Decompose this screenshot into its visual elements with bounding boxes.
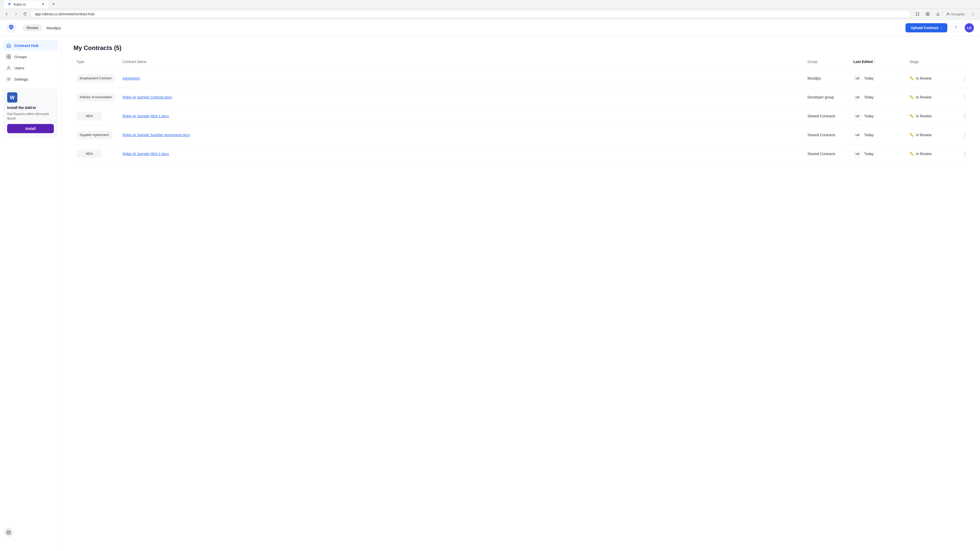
upload-contract-button[interactable]: Upload Contract ↑ — [905, 23, 947, 32]
back-button[interactable] — [3, 11, 10, 17]
svg-rect-10 — [6, 55, 8, 56]
col-contract-name: Contract Name — [119, 58, 804, 66]
sidebar-item-contract-hub[interactable]: Contract Hub — [3, 40, 58, 51]
col-actions — [958, 58, 968, 66]
svg-point-7 — [973, 14, 973, 14]
last-edited-cell: LD Today — [853, 74, 904, 83]
cell-group: Shared Contracts — [804, 112, 850, 120]
download-button[interactable] — [934, 11, 942, 17]
browser-chrome: Robin AI ✕ + app.robinai.co.uk/review/co… — [0, 0, 980, 20]
svg-rect-1 — [926, 13, 928, 14]
address-bar: app.robinai.co.uk/review/contract-hub In… — [0, 8, 980, 19]
edit-date: Today — [864, 95, 873, 99]
cell-more: ⋮ — [958, 129, 968, 141]
bookmark-button[interactable] — [913, 11, 921, 17]
contract-link[interactable]: Robin AI Sample NDA 1.docx — [123, 114, 169, 118]
last-edited-cell: LD Today — [853, 93, 904, 101]
tab-close-button[interactable]: ✕ — [41, 2, 45, 6]
cell-type: NDA — [73, 110, 119, 122]
more-options-button[interactable]: ⋮ — [961, 74, 969, 83]
last-edited-cell: LD Today — [853, 112, 904, 120]
tab-favicon — [7, 2, 11, 6]
group-name: Shared Contracts — [808, 114, 835, 118]
edit-date: Today — [864, 76, 873, 80]
col-last-edited[interactable]: Last Edited ↑ — [850, 58, 907, 66]
more-options-button[interactable]: ⋮ — [961, 131, 969, 139]
sidebar-item-settings[interactable]: Settings — [3, 74, 58, 84]
contract-link[interactable]: Robin AI Sample Contract.docx — [123, 95, 172, 99]
sidebar: Contract Hub Groups — [0, 36, 61, 545]
contract-link[interactable]: Agreement — [123, 76, 140, 80]
cell-contract-name: Agreement — [119, 74, 804, 83]
more-options-button[interactable]: ⋮ — [961, 150, 969, 158]
cell-last-edited: LD Today — [850, 129, 907, 141]
pencil-icon: ✏️ — [910, 133, 914, 137]
contract-link[interactable]: Robin AI Sample NDA 2.docx — [123, 152, 169, 156]
cell-group: Shared Contracts — [804, 150, 850, 158]
cell-stage: ✏️ In Review — [907, 131, 958, 139]
stage-text: In Review — [916, 114, 932, 118]
svg-point-6 — [973, 13, 973, 13]
cell-more: ⋮ — [958, 72, 968, 84]
col-group: Group — [804, 58, 850, 66]
svg-rect-13 — [9, 57, 11, 59]
upload-icon: ↑ — [940, 26, 942, 30]
cell-type: Articles of Association — [73, 91, 119, 103]
extensions-button[interactable] — [924, 11, 932, 17]
tab-title: Robin AI — [14, 3, 39, 6]
svg-rect-4 — [928, 14, 929, 16]
cell-stage: ✏️ In Review — [907, 112, 958, 120]
stage-text: In Review — [916, 76, 932, 80]
company-name: Moodjoy — [46, 26, 901, 30]
addin-title: Install the Add-in — [7, 106, 54, 110]
cell-type: Employment Contract — [73, 72, 119, 85]
menu-button[interactable] — [969, 11, 977, 17]
support-button[interactable] — [4, 528, 13, 537]
group-name: Shared Contracts — [808, 152, 835, 156]
url-bar[interactable]: app.robinai.co.uk/review/contract-hub — [30, 10, 912, 18]
stage-text: In Review — [916, 95, 932, 99]
app-container: Review Moodjoy Upload Contract ↑ ? LD — [0, 20, 980, 545]
svg-rect-2 — [928, 13, 929, 14]
reload-button[interactable] — [21, 11, 29, 17]
user-avatar[interactable]: LD — [965, 23, 974, 32]
more-options-button[interactable]: ⋮ — [961, 93, 969, 101]
table-row: NDA Robin AI Sample NDA 2.docx Shared Co… — [73, 144, 968, 164]
review-tab[interactable]: Review — [22, 24, 42, 32]
help-button[interactable]: ? — [951, 23, 961, 32]
url-text: app.robinai.co.uk/review/contract-hub — [35, 12, 907, 16]
cell-contract-name: Robin AI Sample NDA 2.docx — [119, 150, 804, 158]
new-tab-button[interactable]: + — [50, 1, 57, 8]
cell-more: ⋮ — [958, 148, 968, 160]
editor-avatar: LD — [853, 150, 862, 158]
group-name: Shared Contracts — [808, 133, 835, 137]
cell-more: ⋮ — [958, 91, 968, 103]
table-row: NDA Robin AI Sample NDA 1.docx Shared Co… — [73, 107, 968, 126]
cell-last-edited: LD Today — [850, 91, 907, 103]
cell-group: Moodjoy — [804, 74, 850, 83]
type-badge: Articles of Association — [76, 93, 115, 102]
svg-rect-3 — [926, 14, 928, 16]
active-tab[interactable]: Robin AI ✕ — [3, 0, 49, 8]
stage-cell: ✏️ In Review — [910, 133, 955, 137]
contract-link[interactable]: Robin AI Sample Supplier Agreement.docx — [123, 133, 190, 137]
stage-cell: ✏️ In Review — [910, 76, 955, 80]
cell-contract-name: Robin AI Sample Contract.docx — [119, 93, 804, 101]
svg-point-8 — [973, 15, 973, 16]
col-stage: Stage — [907, 58, 958, 66]
more-options-button[interactable]: ⋮ — [961, 112, 969, 120]
sidebar-item-groups[interactable]: Groups — [3, 52, 58, 62]
sidebar-label-users: Users — [14, 66, 24, 70]
cell-group: Developer group — [804, 93, 850, 101]
cell-more: ⋮ — [958, 110, 968, 122]
addin-description: Get Reports within Microsoft Word! — [7, 112, 54, 121]
pencil-icon: ✏️ — [910, 114, 914, 118]
col-type: Type — [73, 58, 119, 66]
pencil-icon: ✏️ — [910, 76, 914, 80]
home-icon — [6, 43, 11, 48]
logo[interactable] — [6, 23, 16, 33]
forward-button[interactable] — [12, 11, 19, 17]
install-button[interactable]: Install — [7, 124, 54, 133]
addin-card: W Install the Add-in Get Reports within … — [3, 88, 58, 137]
sidebar-item-users[interactable]: Users — [3, 63, 58, 73]
